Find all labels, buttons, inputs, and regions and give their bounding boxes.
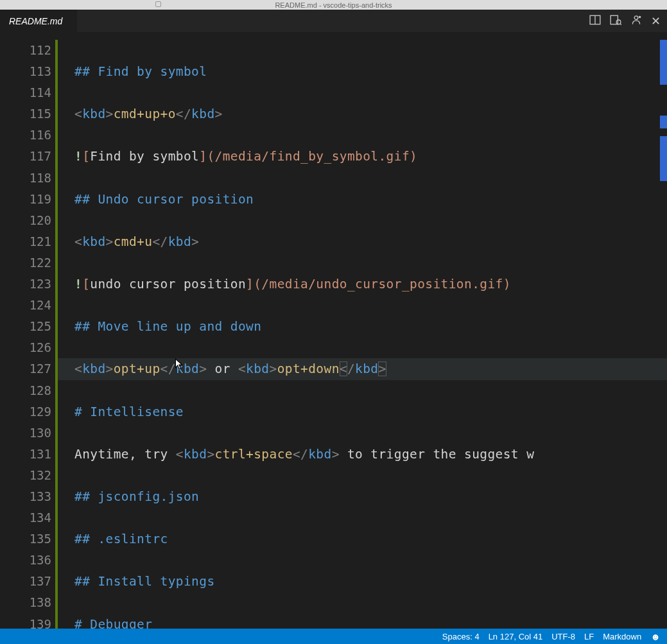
- minimap-overview-mark[interactable]: [660, 136, 667, 181]
- line-number: 129: [0, 401, 51, 422]
- status-line-col[interactable]: Ln 127, Col 41: [489, 632, 543, 641]
- status-bar: Spaces: 4 Ln 127, Col 41 UTF-8 LF Markdo…: [0, 629, 667, 644]
- minimap-overview-mark[interactable]: [660, 40, 667, 85]
- line-number: 123: [0, 274, 51, 295]
- code-line[interactable]: [74, 422, 667, 444]
- tab-readme[interactable]: README.md: [0, 10, 77, 32]
- line-number: 136: [0, 550, 51, 571]
- code-line[interactable]: [74, 82, 667, 103]
- feedback-icon[interactable]: ☻: [650, 631, 661, 642]
- minimap-overview-mark[interactable]: [660, 116, 667, 128]
- line-number: 120: [0, 210, 51, 231]
- minimap-scrollbar[interactable]: [658, 40, 667, 627]
- code-line[interactable]: [74, 507, 667, 528]
- split-editor-icon[interactable]: [589, 14, 601, 28]
- line-number: 125: [0, 316, 51, 337]
- tab-actions: ✕: [589, 10, 667, 32]
- line-number: 131: [0, 444, 51, 465]
- line-number: 138: [0, 592, 51, 613]
- line-number: 115: [0, 103, 51, 125]
- code-line[interactable]: ## Move line up and down: [74, 316, 667, 337]
- line-number: 122: [0, 252, 51, 274]
- code-line[interactable]: # Intellisense: [74, 401, 667, 422]
- code-content[interactable]: ## Find by symbol<kbd>cmd+up+o</kbd>![Fi…: [58, 32, 667, 629]
- line-number: 112: [0, 40, 51, 61]
- code-line[interactable]: [74, 550, 667, 571]
- line-number: 117: [0, 146, 51, 167]
- close-editor-icon[interactable]: ✕: [651, 14, 661, 28]
- line-number: 124: [0, 295, 51, 316]
- svg-line-4: [620, 23, 621, 24]
- code-line[interactable]: ## Install typings: [74, 571, 667, 592]
- line-number: 116: [0, 125, 51, 146]
- svg-point-6: [639, 16, 641, 17]
- code-line[interactable]: [74, 168, 667, 189]
- code-line[interactable]: ![undo cursor position](/media/undo_curs…: [74, 274, 667, 295]
- code-line[interactable]: [74, 592, 667, 613]
- code-line[interactable]: [74, 125, 667, 146]
- status-eol[interactable]: LF: [584, 632, 594, 641]
- code-line[interactable]: Anytime, try <kbd>ctrl+space</kbd> to tr…: [74, 444, 667, 465]
- tab-bar: README.md ✕: [0, 10, 667, 32]
- status-indentation[interactable]: Spaces: 4: [442, 632, 480, 641]
- more-actions-icon[interactable]: [630, 14, 642, 28]
- code-line[interactable]: ## jsconfig.json: [74, 486, 667, 507]
- code-line[interactable]: [74, 380, 667, 401]
- code-line[interactable]: [74, 252, 667, 274]
- code-line[interactable]: [74, 295, 667, 316]
- line-number: 118: [0, 168, 51, 189]
- line-number: 121: [0, 231, 51, 252]
- line-number: 139: [0, 614, 51, 629]
- line-number: 134: [0, 507, 51, 528]
- line-number: 127: [0, 358, 51, 379]
- line-number-gutter: 1121131141151161171181191201211221231241…: [0, 32, 55, 629]
- tab-label: README.md: [9, 16, 62, 26]
- code-line[interactable]: [74, 465, 667, 486]
- code-line[interactable]: [74, 210, 667, 231]
- open-preview-icon[interactable]: [610, 14, 621, 28]
- line-number: 114: [0, 82, 51, 103]
- line-number: 128: [0, 380, 51, 401]
- code-line[interactable]: [74, 337, 667, 358]
- code-line[interactable]: <kbd>cmd+up+o</kbd>: [74, 103, 667, 125]
- code-line[interactable]: ![Find by symbol](/media/find_by_symbol.…: [74, 146, 667, 167]
- svg-point-5: [634, 15, 638, 19]
- code-line[interactable]: # Debugger: [74, 614, 667, 629]
- line-number: 133: [0, 486, 51, 507]
- code-line[interactable]: ## Find by symbol: [74, 61, 667, 82]
- line-number: 119: [0, 189, 51, 210]
- status-language[interactable]: Markdown: [603, 632, 641, 641]
- code-line[interactable]: ## .eslintrc: [74, 528, 667, 550]
- line-number: 126: [0, 337, 51, 358]
- window-title: README.md - vscode-tips-and-tricks: [275, 1, 392, 9]
- line-number: 113: [0, 61, 51, 82]
- line-number: 130: [0, 422, 51, 444]
- code-line[interactable]: ## Undo cursor position: [74, 189, 667, 210]
- line-number: 135: [0, 528, 51, 550]
- editor-area[interactable]: 1121131141151161171181191201211221231241…: [0, 32, 667, 629]
- line-number: 132: [0, 465, 51, 486]
- line-number: 137: [0, 571, 51, 592]
- window-title-bar: README.md - vscode-tips-and-tricks: [0, 0, 667, 10]
- code-line[interactable]: <kbd>opt+up</kbd> or <kbd>opt+down</kbd>: [58, 358, 667, 379]
- window-modified-icon: [155, 1, 161, 7]
- code-line[interactable]: <kbd>cmd+u</kbd>: [74, 231, 667, 252]
- status-encoding[interactable]: UTF-8: [551, 632, 575, 641]
- code-line[interactable]: [74, 40, 667, 61]
